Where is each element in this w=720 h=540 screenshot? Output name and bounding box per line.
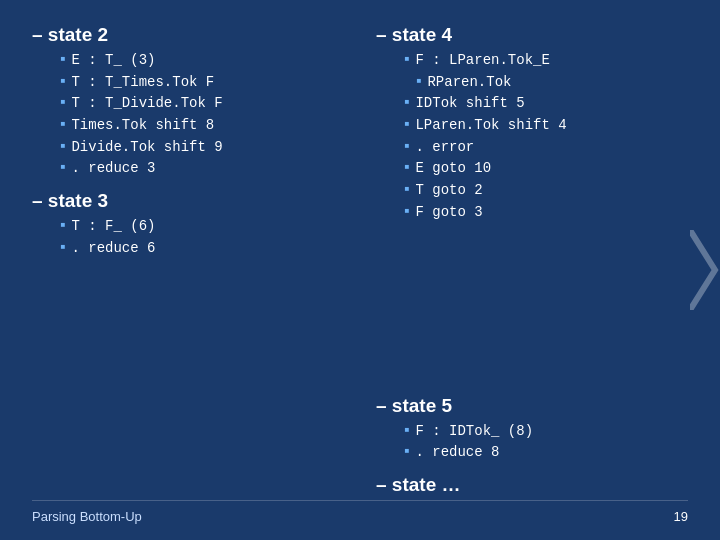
bottom-row: – state 5 F : IDTok_ (8) . reduce 8 – st… — [32, 395, 688, 500]
decorative-arrow — [690, 230, 720, 310]
list-item: T : T_Divide.Tok F — [60, 93, 344, 115]
state5-list: F : IDTok_ (8) . reduce 8 — [376, 421, 688, 464]
list-item: Divide.Tok shift 9 — [60, 137, 344, 159]
main-columns: – state 2 E : T_ (3) T : T_Times.Tok F T… — [32, 24, 688, 387]
list-item: LParen.Tok shift 4 — [404, 115, 688, 137]
bottom-right: – state 5 F : IDTok_ (8) . reduce 8 – st… — [376, 395, 688, 500]
footer: Parsing Bottom-Up 19 — [32, 500, 688, 524]
list-item: T : T_Times.Tok F — [60, 72, 344, 94]
list-item: F : LParen.Tok_E — [404, 50, 688, 72]
list-item: F goto 3 — [404, 202, 688, 224]
footer-title: Parsing Bottom-Up — [32, 509, 142, 524]
state4-heading: – state 4 — [376, 24, 688, 46]
slide-content: – state 2 E : T_ (3) T : T_Times.Tok F T… — [0, 0, 720, 540]
list-item: RParen.Tok — [404, 72, 688, 94]
list-item: T : F_ (6) — [60, 216, 344, 238]
list-item: . error — [404, 137, 688, 159]
state3-list: T : F_ (6) . reduce 6 — [32, 216, 344, 259]
list-item: F : IDTok_ (8) — [404, 421, 688, 443]
list-item: IDTok shift 5 — [404, 93, 688, 115]
list-item: E goto 10 — [404, 158, 688, 180]
state-ellipsis-heading: – state … — [376, 474, 688, 496]
state3-heading: – state 3 — [32, 190, 344, 212]
state2-heading: – state 2 — [32, 24, 344, 46]
list-item: . reduce 6 — [60, 238, 344, 260]
list-item: Times.Tok shift 8 — [60, 115, 344, 137]
right-column: – state 4 F : LParen.Tok_E RParen.Tok ID… — [376, 24, 688, 387]
list-item: T goto 2 — [404, 180, 688, 202]
state5-heading: – state 5 — [376, 395, 688, 417]
footer-page: 19 — [674, 509, 688, 524]
state2-list: E : T_ (3) T : T_Times.Tok F T : T_Divid… — [32, 50, 344, 180]
list-item: . reduce 8 — [404, 442, 688, 464]
state4-list: F : LParen.Tok_E RParen.Tok IDTok shift … — [376, 50, 688, 224]
list-item: E : T_ (3) — [60, 50, 344, 72]
left-column: – state 2 E : T_ (3) T : T_Times.Tok F T… — [32, 24, 344, 387]
bottom-left — [32, 395, 344, 500]
list-item: . reduce 3 — [60, 158, 344, 180]
